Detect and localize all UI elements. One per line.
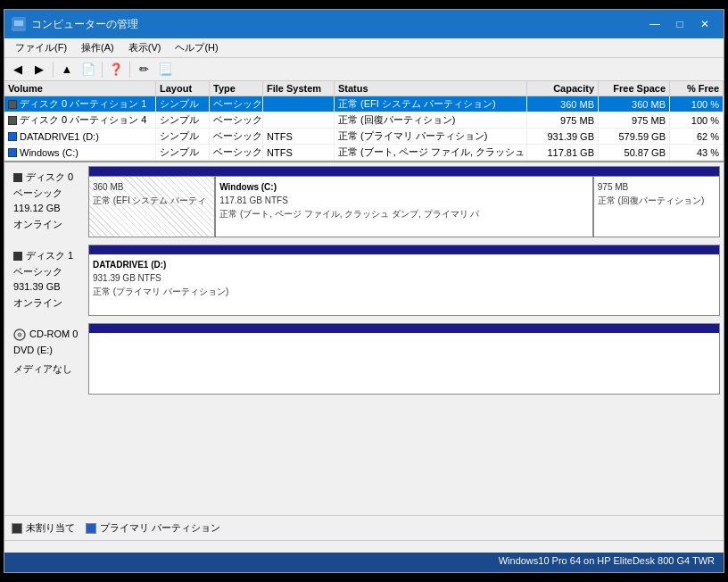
table-header: Volume Layout Type File System Status Ca…	[4, 81, 724, 96]
disk-0-header-bar	[89, 167, 719, 176]
forward-button[interactable]: ▶	[29, 61, 49, 79]
cdrom-block: CD-ROM 0 DVD (E:) メディアなし	[8, 323, 720, 395]
table-row[interactable]: DATADRIVE1 (D:) シンプル ベーシック NTFS 正常 (プライマ…	[4, 129, 724, 145]
main-content: Volume Layout Type File System Status Ca…	[4, 81, 724, 553]
disk-1-label: ディスク 1 ベーシック 931.39 GB オンライン	[8, 245, 88, 316]
cell-layout-1: シンプル	[156, 112, 210, 128]
toolbar-separator-2	[102, 62, 103, 78]
cell-pctfree-2: 62 %	[670, 129, 724, 144]
menu-file[interactable]: ファイル(F)	[8, 39, 74, 56]
cell-fs-1	[263, 112, 335, 128]
disk-0-indicator	[13, 173, 22, 182]
cell-freespace-0: 360 MB	[599, 96, 670, 112]
extra-button-2[interactable]: 📃	[155, 61, 175, 79]
cdrom-icon	[13, 328, 26, 341]
cell-fs-0	[263, 96, 335, 112]
svg-rect-1	[14, 21, 23, 26]
col-header-pctfree[interactable]: % Free	[670, 81, 724, 96]
app-icon	[12, 17, 26, 31]
cell-fs-2: NTFS	[263, 129, 335, 144]
menu-help[interactable]: ヘルプ(H)	[168, 39, 225, 56]
disk-1-indicator	[13, 252, 22, 261]
window-title: コンピューターの管理	[31, 17, 643, 32]
cdrom-label: CD-ROM 0 DVD (E:) メディアなし	[8, 323, 88, 395]
cell-capacity-3: 117.81 GB	[527, 145, 599, 160]
table-row[interactable]: ディスク 0 パーティション 1 シンプル ベーシック 正常 (EFI システム…	[4, 96, 724, 112]
menu-bar: ファイル(F) 操作(A) 表示(V) ヘルプ(H)	[4, 38, 724, 58]
disk-color-indicator	[8, 100, 17, 109]
cell-status-2: 正常 (プライマリ パーティション)	[335, 129, 527, 144]
cdrom-header-bar	[89, 324, 719, 333]
cell-status-1: 正常 (回復パーティション)	[335, 112, 527, 128]
col-header-volume[interactable]: Volume	[4, 81, 156, 96]
upper-section: Volume Layout Type File System Status Ca…	[4, 81, 724, 553]
disk-0-part-1[interactable]: Windows (C:) 117.81 GB NTFS 正常 (ブート, ページ…	[215, 176, 593, 237]
table-row[interactable]: ディスク 0 パーティション 4 シンプル ベーシック 正常 (回復パーティショ…	[4, 112, 724, 129]
disk-1-parts-row: DATADRIVE1 (D:) 931.39 GB NTFS 正常 (プライマリ…	[89, 254, 719, 315]
back-button[interactable]: ◀	[8, 61, 28, 79]
cell-layout-3: シンプル	[156, 145, 210, 160]
menu-action[interactable]: 操作(A)	[74, 39, 121, 56]
table-body: ディスク 0 パーティション 1 シンプル ベーシック 正常 (EFI システム…	[4, 96, 724, 161]
cell-fs-3: NTFS	[263, 145, 335, 160]
disk-0-block: ディスク 0 ベーシック 119.12 GB オンライン 360 MB 正常 (…	[8, 166, 720, 237]
col-header-fs[interactable]: File System	[263, 81, 335, 96]
cell-type-3: ベーシック	[210, 145, 263, 160]
menu-view[interactable]: 表示(V)	[121, 39, 169, 56]
cell-type-2: ベーシック	[210, 129, 263, 144]
show-button[interactable]: 📄	[79, 61, 98, 79]
disk-0-part-2[interactable]: 975 MB 正常 (回復パーティション)	[593, 176, 719, 237]
disk-color-indicator	[8, 148, 17, 157]
disk-color-indicator	[8, 132, 17, 141]
cell-status-0: 正常 (EFI システム パーティション)	[335, 96, 527, 112]
cell-layout-2: シンプル	[156, 129, 210, 144]
horizontal-scrollbar[interactable]	[4, 540, 724, 553]
legend-swatch-unallocated	[12, 523, 22, 534]
legend-bar: 未割り当て プライマリ パーティション	[4, 515, 724, 540]
cell-volume-3: Windows (C:)	[4, 145, 156, 160]
up-button[interactable]: ▲	[57, 61, 77, 79]
close-button[interactable]: ✕	[693, 15, 716, 33]
col-header-type[interactable]: Type	[210, 81, 263, 96]
extra-button[interactable]: ✏	[134, 61, 153, 79]
help-button[interactable]: ❓	[106, 61, 126, 79]
toolbar-separator-3	[129, 62, 130, 78]
disk-1-part-0[interactable]: DATADRIVE1 (D:) 931.39 GB NTFS 正常 (プライマリ…	[89, 254, 719, 315]
minimize-button[interactable]: —	[643, 15, 666, 33]
status-bar: Windows10 Pro 64 on HP EliteDesk 800 G4 …	[4, 553, 724, 572]
cdrom-content	[89, 333, 719, 394]
partition-table: Volume Layout Type File System Status Ca…	[4, 81, 724, 162]
cell-type-1: ベーシック	[210, 112, 263, 128]
disk-visualization-area: ディスク 0 ベーシック 119.12 GB オンライン 360 MB 正常 (…	[4, 162, 724, 515]
legend-item-primary: プライマリ パーティション	[86, 521, 220, 535]
cell-capacity-0: 360 MB	[527, 96, 599, 112]
disk-1-block: ディスク 1 ベーシック 931.39 GB オンライン DATADRIVE1 …	[8, 245, 720, 316]
col-header-layout[interactable]: Layout	[156, 81, 210, 96]
table-row[interactable]: Windows (C:) シンプル ベーシック NTFS 正常 (ブート, ペー…	[4, 145, 724, 161]
disk-0-parts-row: 360 MB 正常 (EFI システム パーティ Windows (C:) 11…	[89, 176, 719, 237]
legend-swatch-primary	[86, 523, 96, 534]
maximize-button[interactable]: □	[668, 15, 691, 33]
main-window: コンピューターの管理 — □ ✕ ファイル(F) 操作(A) 表示(V) ヘルプ…	[4, 9, 724, 573]
col-header-freespace[interactable]: Free Space	[599, 81, 670, 96]
svg-point-5	[19, 334, 21, 336]
col-header-status[interactable]: Status	[335, 81, 527, 96]
disk-0-part-0[interactable]: 360 MB 正常 (EFI システム パーティ	[89, 176, 215, 237]
cell-capacity-1: 975 MB	[527, 112, 599, 128]
legend-item-unallocated: 未割り当て	[12, 521, 75, 535]
cell-pctfree-3: 43 %	[670, 145, 724, 160]
cell-layout-0: シンプル	[156, 96, 210, 112]
cell-freespace-3: 50.87 GB	[599, 145, 670, 160]
toolbar: ◀ ▶ ▲ 📄 ❓ ✏ 📃	[4, 58, 724, 81]
cell-pctfree-1: 100 %	[670, 112, 724, 128]
toolbar-separator-1	[53, 62, 54, 78]
svg-rect-2	[12, 29, 25, 30]
cell-pctfree-0: 100 %	[670, 96, 724, 112]
cell-type-0: ベーシック	[210, 96, 263, 112]
cell-status-3: 正常 (ブート, ページ ファイル, クラッシュ ダンプ, プライマリ ...	[335, 145, 527, 160]
cell-volume-1: ディスク 0 パーティション 4	[4, 112, 156, 128]
disk-color-indicator	[8, 116, 17, 125]
disk-1-header-bar	[89, 245, 719, 254]
cell-freespace-2: 579.59 GB	[599, 129, 670, 144]
col-header-capacity[interactable]: Capacity	[527, 81, 599, 96]
